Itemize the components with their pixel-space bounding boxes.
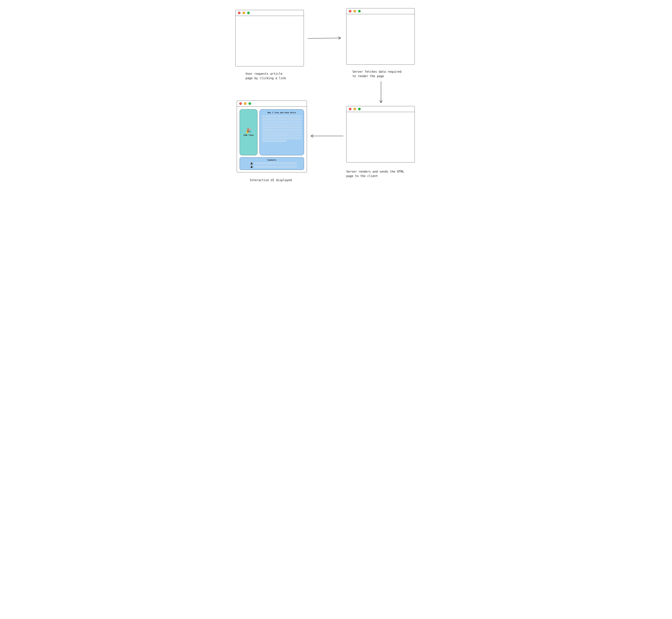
browser-window-step3 [346,106,415,162]
text-line [262,121,301,123]
comment-item [242,162,302,164]
minimize-icon [354,108,356,110]
maximize-icon [358,108,361,110]
maximize-icon [249,102,251,105]
browser-window-step2 [346,8,415,65]
close-icon [349,108,351,110]
ssr-flow-diagram: User requests article page by clicking a… [233,7,439,198]
minimize-icon [354,10,356,12]
minimize-icon [244,102,246,105]
comments-section: Comments [240,157,304,170]
caption-step3: Server renders and sends the HTML page t… [346,169,404,179]
text-line [262,132,301,134]
browser-window-step1 [235,10,304,66]
browser-window-step4: 🎉 100k likes Why I love and hate Astro [237,100,307,173]
user-avatar-icon [250,162,253,164]
caption-step2: Server fetches data required to render t… [353,69,402,78]
arrow-step2-to-step3 [378,80,383,104]
article-content: Why I love and hate Astro [259,109,304,155]
comments-heading: Comments [242,159,302,161]
text-line [262,126,301,128]
titlebar [347,8,415,14]
caption-step1: User requests article page by clicking a… [246,71,286,81]
close-icon [349,10,351,12]
text-line [262,135,301,136]
titlebar [236,10,304,16]
comment-text [254,162,297,164]
svg-line-0 [308,38,340,39]
caption-step4: Interactive UI displayed [250,178,292,182]
text-line [262,137,301,139]
text-line [262,116,301,117]
close-icon [238,12,241,14]
text-line [262,118,301,120]
titlebar [237,101,307,107]
comment-item [242,165,302,168]
arrow-step1-to-step2 [307,36,343,41]
article-title: Why I love and hate Astro [262,112,301,114]
likes-count: 100k likes [243,134,254,136]
text-line [262,124,301,125]
likes-widget[interactable]: 🎉 100k likes [240,109,257,155]
arrow-step3-to-step4 [310,133,344,139]
party-popper-icon: 🎉 [246,128,252,133]
maximize-icon [358,10,361,12]
comment-text [254,166,297,167]
titlebar [347,106,415,112]
text-line [262,140,287,142]
close-icon [239,102,242,105]
maximize-icon [247,12,250,14]
minimize-icon [243,12,245,14]
text-line [262,129,301,131]
rendered-page: 🎉 100k likes Why I love and hate Astro [237,107,307,172]
user-avatar-icon [250,165,253,168]
